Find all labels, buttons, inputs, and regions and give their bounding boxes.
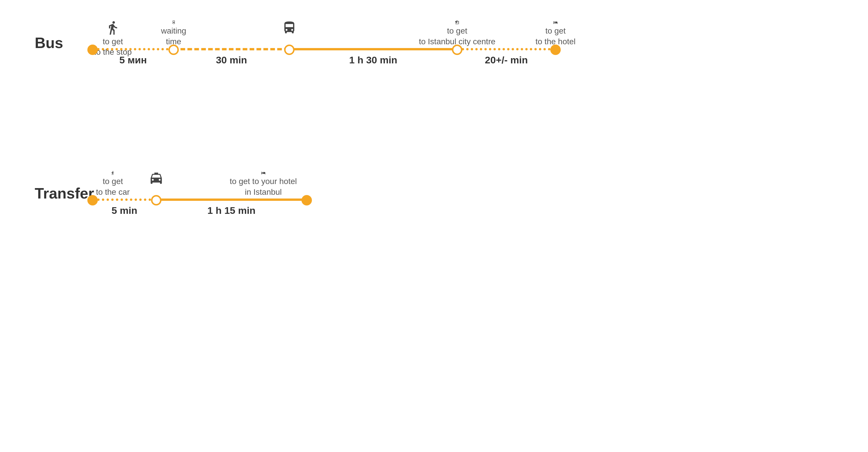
bus-hotel-icon-group: to getto the hotel [535,20,576,47]
bus-time-4: 20+/- min [485,54,528,66]
bus-time-3: 1 h 30 min [349,54,397,66]
diagram-container: Bus to getto the stop waitingtime [35,23,833,226]
transfer-node-car [151,195,161,206]
bus-icon [282,20,297,35]
bus-timeline: to getto the stop waitingtime [93,23,833,75]
transfer-hotel-icon-group: to get to your hotelin Istanbul [230,171,297,198]
bus-bus-icon-group [282,20,297,47]
bus-section: Bus to getto the stop waitingtime [35,23,833,75]
bus-walk-icon-group: to getto the stop [94,20,132,58]
bus-node-stop [168,44,179,55]
hotel-icon [548,20,563,25]
bus-time-1: 5 мин [120,54,147,66]
transfer-node-start [87,195,98,206]
transfer-section: Transfer to getto the car [35,174,833,226]
bus-seg-1 [93,48,173,50]
transfer-seg-1 [93,199,156,201]
transfer-time-2: 1 h 15 min [208,205,255,216]
bus-building-icon-group: to getto Istanbul city centre [419,20,496,47]
transfer-time-1: 5 min [112,205,137,216]
transfer-track [93,200,324,201]
bus-time-2: 30 min [216,54,247,66]
transfer-walk-icon-group: to getto the car [96,171,130,198]
bus-seg-2 [174,48,289,50]
bus-node-bus-stop [284,44,294,55]
bus-node-start [87,44,98,55]
transfer-node-hotel [302,195,312,206]
building-icon [450,20,465,25]
bus-seg-4 [457,48,555,50]
transfer-label: Transfer [35,185,94,202]
bus-node-hotel [550,44,561,55]
taxi-icon [149,171,164,186]
transfer-seg-2 [156,199,307,201]
transfer-taxi-icon-group [149,171,164,198]
bus-hotel-label: to getto the hotel [535,26,576,47]
bus-seg-3 [289,48,457,50]
transfer-hotel-label: to get to your hotelin Istanbul [230,176,297,198]
transfer-walk-label: to getto the car [96,176,130,198]
transfer-hotel-icon [256,171,271,175]
bus-city-centre-label: to getto Istanbul city centre [419,26,496,47]
bus-track [93,49,556,50]
bus-node-city-centre [452,44,462,55]
transfer-timeline: to getto the car to get to your hotelin … [93,174,833,226]
hourglass-icon [166,20,181,25]
transfer-walk-icon [105,171,120,175]
bus-hourglass-icon-group: waitingtime [161,20,186,47]
bus-label: Bus [35,34,63,52]
bus-waiting-label: waitingtime [161,26,186,47]
walk-icon [105,20,120,35]
